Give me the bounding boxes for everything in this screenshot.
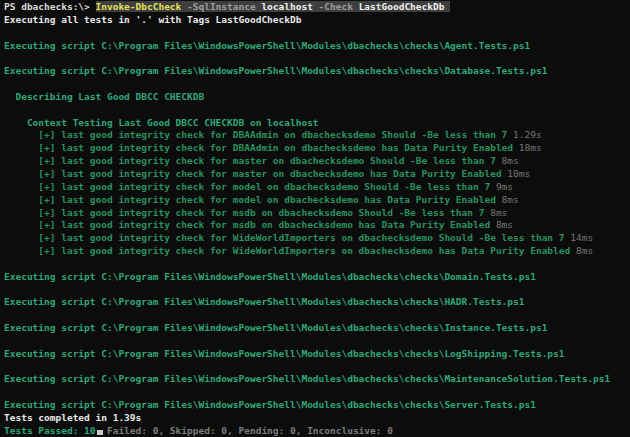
terminal-line: Tests completed in 1.39s xyxy=(4,412,630,425)
test-result: [+] last good integrity check for msdb o… xyxy=(4,207,490,218)
terminal-line: Context Testing Last Good DBCC CHECKDB o… xyxy=(4,117,630,130)
terminal-line: [+] last good integrity check for model … xyxy=(4,194,630,207)
terminal-line: [+] last good integrity check for msdb o… xyxy=(4,219,630,232)
summary-counts: Failed: 0, Skipped: 0, Pending: 0, Incon… xyxy=(107,425,393,436)
test-result: [+] last good integrity check for WideWo… xyxy=(4,232,570,243)
test-result: [+] last good integrity check for model … xyxy=(4,194,502,205)
command-argument: LastGoodCheckDb xyxy=(359,1,451,12)
describe-heading: Describing Last Good DBCC CHECKDB xyxy=(4,91,204,102)
test-result: [+] last good integrity check for DBAAdm… xyxy=(4,142,519,153)
terminal-line: [+] last good integrity check for DBAAdm… xyxy=(4,142,630,155)
test-duration: 8ms xyxy=(490,207,507,218)
terminal-line: [+] last good integrity check for master… xyxy=(4,155,630,168)
terminal-line xyxy=(4,104,630,117)
executing-script-line: Executing script C:\Program Files\Window… xyxy=(4,373,610,384)
terminal-line: Executing all tests in '.' with Tags Las… xyxy=(4,14,630,27)
test-duration: 8ms xyxy=(502,194,519,205)
terminal-line: [+] last good integrity check for DBAAdm… xyxy=(4,129,630,142)
test-result: [+] last good integrity check for DBAAdm… xyxy=(4,129,513,140)
terminal-line xyxy=(4,52,630,65)
terminal-line: Executing script C:\Program Files\Window… xyxy=(4,373,630,386)
terminal-line: [+] last good integrity check for WideWo… xyxy=(4,232,630,245)
terminal-line: Executing script C:\Program Files\Window… xyxy=(4,348,630,361)
test-result: [+] last good integrity check for master… xyxy=(4,155,502,166)
command-parameter: -SqlInstance xyxy=(181,1,261,12)
terminal-line xyxy=(4,309,630,322)
terminal-line xyxy=(4,27,630,40)
terminal-line xyxy=(4,386,630,399)
test-duration: 14ms xyxy=(570,232,593,243)
terminal-line: [+] last good integrity check for master… xyxy=(4,168,630,181)
test-result: [+] last good integrity check for msdb o… xyxy=(4,219,496,230)
terminal-line xyxy=(4,361,630,374)
terminal-window[interactable]: PS dbachecks:\> Invoke-DbcCheck -SqlInst… xyxy=(0,0,630,437)
tests-completed-text: Tests completed in 1.39s xyxy=(4,412,141,423)
test-result: [+] last good integrity check for model … xyxy=(4,181,496,192)
test-duration: 10ms xyxy=(507,168,530,179)
test-duration: 8ms xyxy=(576,245,593,256)
terminal-line: Executing script C:\Program Files\Window… xyxy=(4,40,630,53)
executing-script-line: Executing script C:\Program Files\Window… xyxy=(4,271,536,282)
executing-script-line: Executing script C:\Program Files\Window… xyxy=(4,348,565,359)
executing-script-line: Executing script C:\Program Files\Window… xyxy=(4,65,547,76)
terminal-line: PS dbachecks:\> Invoke-DbcCheck -SqlInst… xyxy=(4,1,630,14)
test-duration: 8ms xyxy=(502,155,519,166)
test-result: [+] last good integrity check for master… xyxy=(4,168,507,179)
terminal-line: [+] last good integrity check for WideWo… xyxy=(4,245,630,258)
terminal-line: Executing script C:\Program Files\Window… xyxy=(4,271,630,284)
context-heading: Context Testing Last Good DBCC CHECKDB o… xyxy=(4,117,319,128)
executing-script-line: Executing script C:\Program Files\Window… xyxy=(4,399,536,410)
prompt: PS dbachecks:\> xyxy=(4,1,96,12)
terminal-line: Executing script C:\Program Files\Window… xyxy=(4,296,630,309)
tests-passed-count: Tests Passed: 10, xyxy=(4,425,107,436)
terminal-line: [+] last good integrity check for msdb o… xyxy=(4,207,630,220)
test-duration: 9ms xyxy=(496,181,513,192)
executing-script-line: Executing script C:\Program Files\Window… xyxy=(4,296,524,307)
command-name: Invoke-DbcCheck xyxy=(96,1,182,12)
terminal-cursor xyxy=(97,430,103,435)
test-duration: 1.29s xyxy=(513,129,542,140)
terminal-line xyxy=(4,78,630,91)
test-result: [+] last good integrity check for WideWo… xyxy=(4,245,576,256)
command-parameter: -Check xyxy=(313,1,359,12)
executing-script-line: Executing script C:\Program Files\Window… xyxy=(4,322,547,333)
terminal-line xyxy=(4,258,630,271)
terminal-line: Executing script C:\Program Files\Window… xyxy=(4,65,630,78)
terminal-line xyxy=(4,335,630,348)
test-duration: 18ms xyxy=(519,142,542,153)
terminal-line xyxy=(4,284,630,297)
output-text: Executing all tests in '.' with Tags Las… xyxy=(4,14,301,25)
terminal-line: Describing Last Good DBCC CHECKDB xyxy=(4,91,630,104)
test-duration: 8ms xyxy=(496,219,513,230)
command-argument: localhost xyxy=(261,1,312,12)
terminal-line: Executing script C:\Program Files\Window… xyxy=(4,399,630,412)
terminal-line: Executing script C:\Program Files\Window… xyxy=(4,322,630,335)
terminal-line: [+] last good integrity check for model … xyxy=(4,181,630,194)
executing-script-line: Executing script C:\Program Files\Window… xyxy=(4,40,530,51)
